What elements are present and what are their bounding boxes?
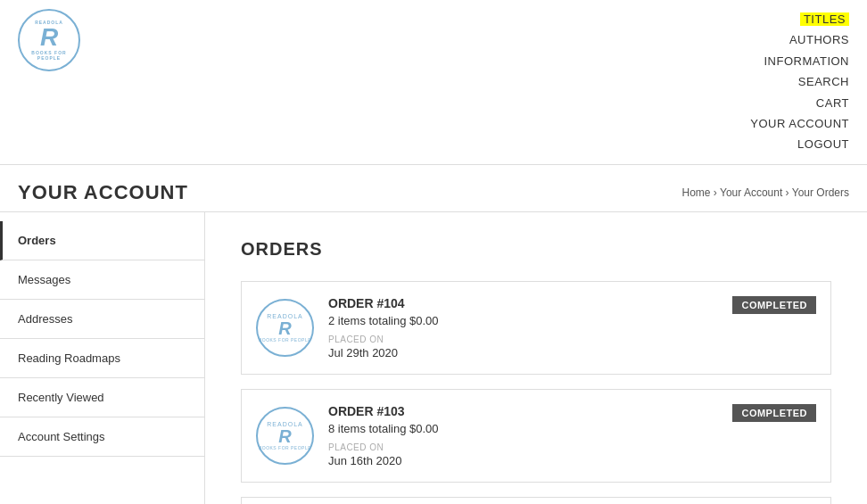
- sidebar-item-recently-viewed[interactable]: Recently Viewed: [0, 378, 204, 417]
- order-item[interactable]: READOLA R BOOKS FOR PEOPLE ORDER #102 1 …: [241, 497, 831, 504]
- order-logo-0: READOLA R BOOKS FOR PEOPLE: [256, 299, 314, 357]
- logo-area[interactable]: READOLA R BOOKS FOR PEOPLE: [18, 9, 80, 71]
- placed-on-label-0: PLACED ON: [328, 335, 732, 344]
- header: READOLA R BOOKS FOR PEOPLE TITLES AUTHOR…: [0, 0, 867, 165]
- breadcrumb-sep2: ›: [786, 186, 789, 199]
- orders-list: READOLA R BOOKS FOR PEOPLE ORDER #104 2 …: [241, 281, 831, 504]
- order-details-0: ORDER #104 2 items totaling $0.00 PLACED…: [328, 296, 732, 359]
- content-area: ORDERS READOLA R BOOKS FOR PEOPLE ORDER …: [205, 212, 867, 504]
- breadcrumb-account[interactable]: Your Account: [720, 186, 782, 199]
- nav-cart[interactable]: CART: [750, 93, 849, 113]
- main-layout: OrdersMessagesAddressesReading RoadmapsR…: [0, 212, 867, 504]
- order-total-0: 2 items totaling $0.00: [328, 314, 732, 327]
- breadcrumb-sep1: ›: [714, 186, 717, 199]
- page-title: YOUR ACCOUNT: [18, 181, 188, 204]
- breadcrumb-home[interactable]: Home: [682, 186, 711, 199]
- site-logo[interactable]: READOLA R BOOKS FOR PEOPLE: [18, 9, 80, 71]
- nav-your-account[interactable]: YOUR ACCOUNT: [750, 113, 849, 134]
- nav-search[interactable]: SEARCH: [750, 71, 849, 92]
- nav-titles[interactable]: TITLES: [750, 9, 849, 29]
- order-item[interactable]: READOLA R BOOKS FOR PEOPLE ORDER #104 2 …: [241, 281, 831, 375]
- order-number-0: ORDER #104: [328, 296, 732, 310]
- nav-information[interactable]: INFORMATION: [750, 51, 849, 71]
- order-logo-1: READOLA R BOOKS FOR PEOPLE: [256, 407, 314, 465]
- order-item[interactable]: READOLA R BOOKS FOR PEOPLE ORDER #103 8 …: [241, 389, 831, 483]
- main-nav: TITLES AUTHORS INFORMATION SEARCH CART Y…: [750, 9, 849, 155]
- nav-authors[interactable]: AUTHORS: [750, 29, 849, 50]
- sidebar-item-orders[interactable]: Orders: [0, 221, 204, 260]
- sidebar: OrdersMessagesAddressesReading RoadmapsR…: [0, 212, 205, 504]
- order-total-1: 8 items totaling $0.00: [328, 422, 732, 435]
- breadcrumb: Home › Your Account › Your Orders: [682, 186, 850, 199]
- sidebar-item-addresses[interactable]: Addresses: [0, 300, 204, 339]
- order-number-1: ORDER #103: [328, 404, 732, 418]
- nav-logout[interactable]: LOGOUT: [750, 134, 849, 154]
- sidebar-item-messages[interactable]: Messages: [0, 260, 204, 300]
- order-status-1: COMPLETED: [732, 404, 816, 422]
- sidebar-item-reading-roadmaps[interactable]: Reading Roadmaps: [0, 339, 204, 378]
- page-title-row: YOUR ACCOUNT Home › Your Account › Your …: [0, 165, 867, 212]
- orders-section-title: ORDERS: [241, 239, 831, 260]
- order-details-1: ORDER #103 8 items totaling $0.00 PLACED…: [328, 404, 732, 467]
- logo-letter: R: [40, 25, 58, 50]
- order-date-0: Jul 29th 2020: [328, 346, 732, 359]
- sidebar-item-account-settings[interactable]: Account Settings: [0, 417, 204, 457]
- logo-bottom-text: BOOKS FOR PEOPLE: [20, 50, 78, 61]
- order-status-0: COMPLETED: [732, 296, 816, 314]
- order-date-1: Jun 16th 2020: [328, 454, 732, 467]
- breadcrumb-current: Your Orders: [792, 186, 849, 199]
- placed-on-label-1: PLACED ON: [328, 442, 732, 452]
